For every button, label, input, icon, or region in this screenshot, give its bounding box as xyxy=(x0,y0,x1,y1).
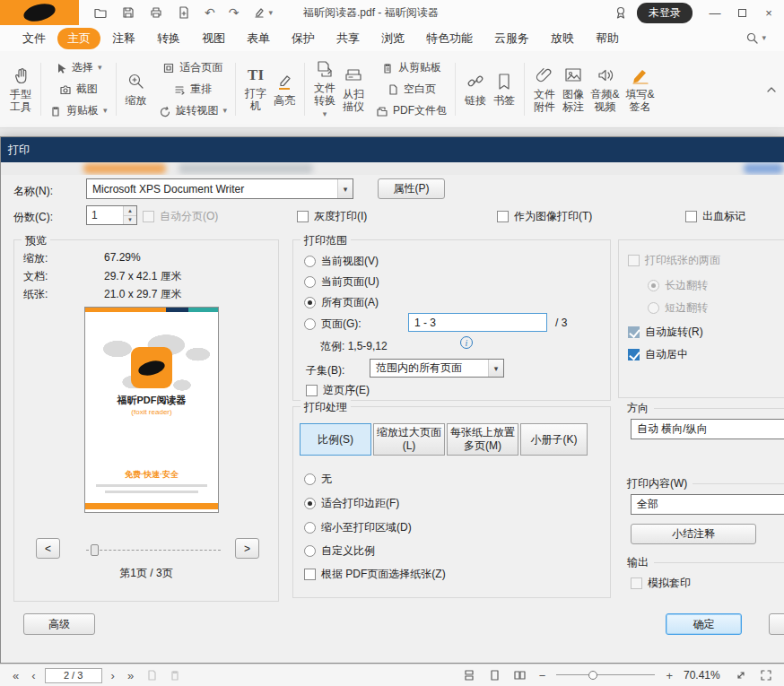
file-attachment-button[interactable]: 文件附件 xyxy=(530,64,559,115)
zoom-out-button[interactable]: − xyxy=(536,669,550,682)
undo-icon[interactable]: ↶ xyxy=(205,6,215,19)
pages-range-input[interactable]: 1 - 3 xyxy=(408,313,547,332)
highlight-button[interactable]: 高亮 xyxy=(270,70,299,109)
slider-handle[interactable] xyxy=(91,544,99,556)
multiple-per-sheet-button[interactable]: 每张纸上放置多页(M) xyxy=(447,423,518,456)
select-tool-button[interactable]: 选择▾ xyxy=(52,59,105,76)
maximize-button[interactable] xyxy=(728,1,755,24)
current-page-radio[interactable]: 当前页面(U) xyxy=(304,274,379,290)
login-button[interactable]: 未登录 xyxy=(637,3,693,23)
booklet-button[interactable]: 小册子(K) xyxy=(520,423,588,456)
last-page-button[interactable]: » xyxy=(124,669,137,682)
advanced-button[interactable]: 高级 xyxy=(23,613,95,635)
page-number-input[interactable]: 2 / 3 xyxy=(45,668,102,683)
menu-present[interactable]: 放映 xyxy=(541,28,584,49)
menu-share[interactable]: 共享 xyxy=(327,28,370,49)
bleed-marks-checkbox[interactable]: 出血标记 xyxy=(685,209,745,224)
printer-properties-button[interactable]: 属性(P) xyxy=(378,178,445,199)
subset-select[interactable]: 范围内的所有页面 ▾ xyxy=(370,359,504,378)
scale-mode-button[interactable]: 比例(S) xyxy=(300,423,371,456)
bookmark-button[interactable]: 书签 xyxy=(490,70,518,109)
fill-sign-button[interactable]: 填写&签名 xyxy=(623,64,658,115)
clipboard-button[interactable]: 剪贴板▾ xyxy=(47,102,110,119)
search-button[interactable]: ▾ xyxy=(745,31,771,45)
orientation-select[interactable]: 自动 横向/纵向 ▾ xyxy=(631,419,784,439)
next-page-button[interactable]: › xyxy=(108,669,118,682)
menu-comment[interactable]: 注释 xyxy=(102,28,145,49)
menu-home[interactable]: 主页 xyxy=(57,28,100,49)
auto-center-checkbox[interactable]: 自动居中 xyxy=(628,347,688,362)
rotate-view-button[interactable]: 旋转视图▾ xyxy=(156,102,231,119)
continuous-view-button[interactable] xyxy=(460,669,478,682)
open-file-icon[interactable] xyxy=(93,5,108,20)
menu-view[interactable]: 视图 xyxy=(192,28,235,49)
minimize-button[interactable]: — xyxy=(701,1,728,24)
export-icon[interactable] xyxy=(177,5,191,20)
all-pages-radio[interactable]: 所有页面(A) xyxy=(304,295,379,310)
simulate-overprint-checkbox[interactable]: 模拟套印 xyxy=(631,576,691,591)
reduce-to-area-radio[interactable]: 缩小至打印区域(D) xyxy=(304,520,412,535)
print-both-sides-checkbox[interactable]: 打印纸张的两面 xyxy=(628,253,720,268)
zoom-in-button[interactable]: + xyxy=(662,669,676,682)
blank-page-button[interactable]: 空白页 xyxy=(384,81,439,98)
print-content-select[interactable]: 全部 ▾ xyxy=(631,494,784,515)
choose-paper-by-page-checkbox[interactable]: 根据 PDF页面选择纸张(Z) xyxy=(304,567,446,582)
copies-decrement-button[interactable]: ▼ xyxy=(124,216,136,225)
collate-checkbox[interactable]: 自动分页(O) xyxy=(143,209,218,224)
fit-margins-radio[interactable]: 适合打印边距(F) xyxy=(304,496,399,511)
audio-video-button[interactable]: 音频&视频 xyxy=(588,64,623,115)
fit-page-button[interactable]: 适合页面 xyxy=(160,59,225,76)
image-annotation-button[interactable]: 图像标注 xyxy=(559,64,588,115)
zoom-button[interactable]: 缩放 xyxy=(122,70,151,109)
auto-rotate-checkbox[interactable]: 自动旋转(R) xyxy=(628,325,703,340)
copies-input[interactable]: 1 ▲ ▼ xyxy=(86,205,137,225)
zoom-slider-handle[interactable] xyxy=(588,671,597,680)
summarize-comments-button[interactable]: 小结注释 xyxy=(631,524,756,544)
snapshot-button[interactable]: 截图 xyxy=(57,81,100,98)
print-as-image-checkbox[interactable]: 作为图像打印(T) xyxy=(497,209,592,224)
redo-icon[interactable]: ↷ xyxy=(229,6,240,19)
zoom-slider[interactable] xyxy=(556,669,655,682)
reflow-button[interactable]: 重排 xyxy=(170,81,214,98)
printer-select[interactable]: Microsoft XPS Document Writer ▾ xyxy=(86,178,353,199)
hand-tool-button[interactable]: 手型工具 xyxy=(6,64,35,115)
link-button[interactable]: 链接 xyxy=(461,70,490,109)
typewriter-button[interactable]: TI 打字机 xyxy=(241,65,270,114)
preview-page-slider[interactable] xyxy=(86,543,221,557)
from-scanner-button[interactable]: 从扫描仪 xyxy=(339,64,368,115)
menu-browse[interactable]: 浏览 xyxy=(371,28,414,49)
facing-pages-view-button[interactable] xyxy=(510,669,528,682)
preview-next-page-button[interactable]: > xyxy=(235,538,259,559)
cancel-button[interactable]: 取消 xyxy=(769,613,784,635)
ribbon-collapse-button[interactable] xyxy=(766,86,780,93)
copies-increment-button[interactable]: ▲ xyxy=(124,206,136,216)
ok-button[interactable]: 确定 xyxy=(666,613,742,635)
menu-convert[interactable]: 转换 xyxy=(147,28,190,49)
save-icon[interactable] xyxy=(121,5,135,20)
long-edge-radio[interactable]: 长边翻转 xyxy=(648,278,708,293)
print-dialog-titlebar[interactable]: 打印 xyxy=(1,137,784,162)
convert-file-button[interactable]: 文件转换▾ xyxy=(310,57,339,121)
menu-file[interactable]: 文件 xyxy=(13,28,56,49)
print-icon[interactable] xyxy=(149,5,163,20)
preview-prev-page-button[interactable]: < xyxy=(36,538,60,559)
custom-scale-radio[interactable]: 自定义比例 xyxy=(304,543,375,559)
current-view-radio[interactable]: 当前视图(V) xyxy=(304,254,379,269)
grayscale-checkbox[interactable]: 灰度打印(I) xyxy=(297,209,367,224)
menu-cloud[interactable]: 云服务 xyxy=(484,28,539,49)
pdf-portfolio-button[interactable]: PDF文件包 xyxy=(373,102,449,119)
menu-features[interactable]: 特色功能 xyxy=(416,28,483,49)
menu-help[interactable]: 帮助 xyxy=(586,28,629,49)
pages-radio[interactable]: 页面(G): xyxy=(304,317,362,332)
member-badge-icon[interactable] xyxy=(614,5,628,20)
menu-form[interactable]: 表单 xyxy=(237,28,280,49)
from-clipboard-button[interactable]: 从剪贴板 xyxy=(379,59,444,76)
scale-none-radio[interactable]: 无 xyxy=(304,472,332,487)
close-button[interactable]: × xyxy=(755,1,782,24)
reverse-order-checkbox[interactable]: 逆页序(E) xyxy=(306,383,370,398)
first-page-button[interactable]: « xyxy=(9,669,22,682)
stamp-tool-icon[interactable]: ▾ xyxy=(252,5,273,20)
shrink-oversized-button[interactable]: 缩放过大页面(L) xyxy=(373,423,445,456)
menu-protect[interactable]: 保护 xyxy=(282,28,325,49)
short-edge-radio[interactable]: 短边翻转 xyxy=(648,300,708,316)
